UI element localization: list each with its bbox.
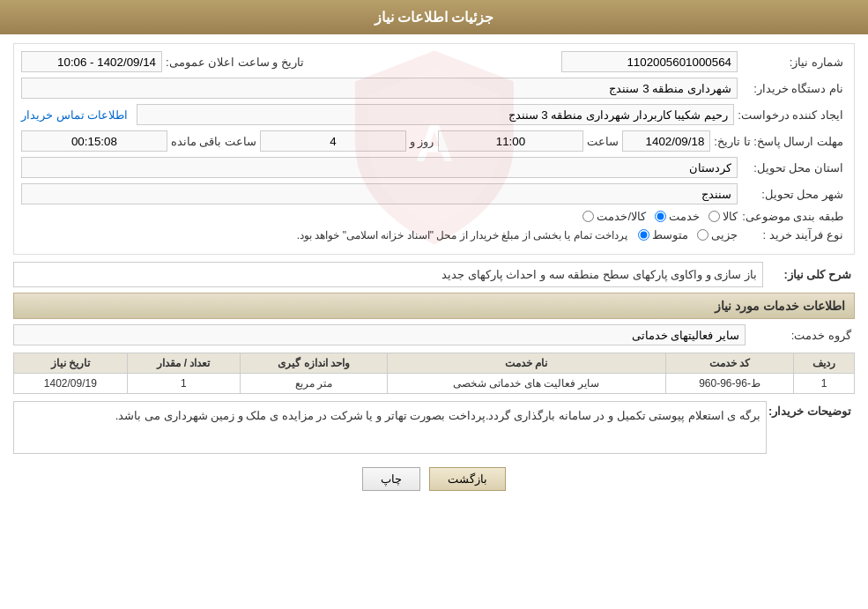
buyer-notes-value: برگه ی استعلام پیوستی تکمیل و در سامانه … [115,409,760,422]
buyer-org-label: نام دستگاه خریدار: [741,82,847,95]
category-radio-group: کالا خدمت کالا/خدمت [582,210,738,223]
send-date-time-label: ساعت [587,135,619,148]
col-unit: واحد اندازه گیری [241,353,388,374]
buyer-org-input[interactable] [21,78,738,99]
province-input[interactable] [21,157,738,178]
buyer-org-row: نام دستگاه خریدار: [21,78,847,99]
category-label: طبقه بندی موضوعی: [741,210,847,223]
services-title-text: اطلاعات خدمات مورد نیاز [715,299,845,313]
col-qty: تعداد / مقدار [127,353,241,374]
date-input[interactable] [21,51,162,72]
creator-contact-link[interactable]: اطلاعات تماس خریدار [21,108,128,122]
city-input[interactable] [21,183,738,204]
send-date-day-label: روز و [410,135,434,148]
creator-label: ایجاد کننده درخواست: [738,108,847,122]
buyer-notes-label: توضیحات خریدار: [767,401,855,418]
page-title: جزئیات اطلاعات نیاز [375,10,494,25]
services-section-title: اطلاعات خدمات مورد نیاز [13,293,855,319]
city-label: شهر محل تحویل: [741,188,847,201]
category-kala-khedmat-radio[interactable] [582,211,594,222]
process-motavasset-label: متوسط [652,228,688,241]
province-label: استان محل تحویل: [741,161,847,175]
remaining-time-input[interactable] [21,130,167,152]
send-date-label: مهلت ارسال پاسخ: تا تاریخ: [714,135,847,148]
send-date-date-input[interactable] [622,130,710,152]
services-table: ردیف کد خدمت نام خدمت واحد اندازه گیری ت… [13,353,855,394]
cell-name: سایر فعالیت های خدماتی شخصی [387,374,665,394]
category-option-kala-khedmat[interactable]: کالا/خدمت [582,210,646,223]
category-khedmat-radio[interactable] [655,211,666,222]
back-button[interactable]: بازگشت [429,467,506,491]
need-number-label: شماره نیاز: [741,56,847,69]
send-date-days-input[interactable] [260,130,406,152]
cell-code: ط-96-96-960 [665,374,794,394]
category-option-kala[interactable]: کالا [708,210,738,223]
process-note: پرداخت تمام یا بخشی از مبلغ خریدار از مح… [21,229,627,241]
table-row: 1 ط-96-96-960 سایر فعالیت های خدماتی شخص… [14,374,855,394]
general-desc-row: شرح کلی نیاز: باز سازی و واکاوی پارکهای … [13,262,855,287]
creator-row: ایجاد کننده درخواست: اطلاعات تماس خریدار [21,104,847,125]
send-date-row: مهلت ارسال پاسخ: تا تاریخ: ساعت روز و سا… [21,130,847,152]
col-code: کد خدمت [665,353,794,374]
need-number-row: شماره نیاز: تاریخ و ساعت اعلان عمومی: [21,51,847,72]
date-label: تاریخ و ساعت اعلان عمومی: [166,56,308,69]
category-row: طبقه بندی موضوعی: کالا خدمت کالا/خدمت [21,210,847,223]
col-row: ردیف [794,353,855,374]
process-jozii-radio[interactable] [697,229,708,241]
main-content: A شماره نیاز: تاریخ و ساعت اعلان عمومی: … [0,34,868,509]
page-header: جزئیات اطلاعات نیاز [0,0,868,34]
service-group-input[interactable] [13,324,746,345]
col-date: تاریخ نیاز [14,353,128,374]
col-name: نام خدمت [387,353,665,374]
category-kala-label: کالا [723,210,738,223]
category-option-khedmat[interactable]: خدمت [655,210,700,223]
process-label: نوع فرآیند خرید : [741,228,847,241]
general-desc-label: شرح کلی نیاز: [767,268,855,281]
category-khedmat-label: خدمت [669,210,700,223]
need-number-input[interactable] [561,51,738,72]
category-kala-khedmat-label: کالا/خدمت [597,210,646,223]
city-row: شهر محل تحویل: [21,183,847,204]
service-group-row: گروه خدمت: [13,324,855,345]
process-radio-group: جزیی متوسط [638,228,738,241]
table-header-row: ردیف کد خدمت نام خدمت واحد اندازه گیری ت… [14,353,855,374]
cell-qty: 1 [127,374,241,394]
remaining-label: ساعت باقی مانده [171,135,256,148]
page-wrapper: جزئیات اطلاعات نیاز A شماره نیاز: تاریخ … [0,0,868,609]
services-table-section: ردیف کد خدمت نام خدمت واحد اندازه گیری ت… [13,353,855,394]
general-info-section: A شماره نیاز: تاریخ و ساعت اعلان عمومی: … [13,43,855,255]
process-jozii-label: جزیی [711,228,738,241]
creator-input[interactable] [137,104,734,125]
process-motavasset-radio[interactable] [638,229,649,241]
cell-row: 1 [794,374,855,394]
province-row: استان محل تحویل: [21,157,847,178]
cell-date: 1402/09/19 [14,374,128,394]
send-date-time-input[interactable] [438,130,584,152]
process-jozii[interactable]: جزیی [697,228,738,241]
action-buttons: بازگشت چاپ [13,467,855,491]
buyer-notes-row: توضیحات خریدار: برگه ی استعلام پیوستی تک… [13,401,855,454]
process-motavasset[interactable]: متوسط [638,228,688,241]
service-group-label: گروه خدمت: [749,329,855,342]
general-desc-value: باز سازی و واکاوی پارکهای سطح منطقه سه و… [441,268,757,281]
process-row: نوع فرآیند خرید : جزیی متوسط پرداخت تمام… [21,228,847,241]
cell-unit: متر مربع [241,374,388,394]
print-button[interactable]: چاپ [362,467,420,491]
category-kala-radio[interactable] [708,211,720,222]
